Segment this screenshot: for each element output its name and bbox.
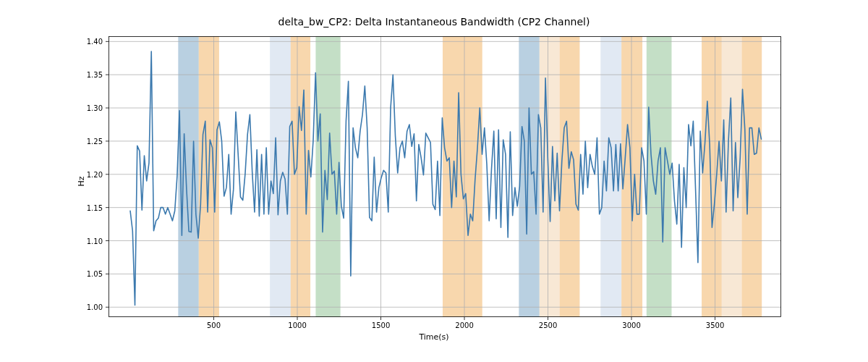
xtick-label: 2000: [455, 321, 473, 329]
xtick-label: 1000: [288, 321, 306, 329]
figure: delta_bw_CP2: Delta Instantaneous Bandwi…: [0, 0, 868, 362]
plot-area: [109, 36, 781, 317]
event-band: [647, 36, 672, 317]
xtick-label: 1500: [372, 321, 390, 329]
x-axis-label: Time(s): [0, 332, 868, 342]
event-band: [270, 36, 291, 317]
ytick-label: 1.30: [87, 104, 103, 112]
plot-svg: [109, 36, 781, 317]
ytick-label: 1.40: [87, 38, 103, 46]
event-band: [443, 36, 482, 317]
event-band: [560, 36, 580, 317]
ytick-label: 1.10: [87, 237, 103, 245]
event-band: [702, 36, 722, 317]
xtick-label: 2500: [539, 321, 557, 329]
x-tick-labels: 500100015002000250030003500: [109, 317, 781, 332]
xtick-label: 500: [207, 321, 221, 329]
ytick-label: 1.20: [87, 170, 103, 178]
event-band: [519, 36, 539, 317]
ytick-label: 1.05: [87, 270, 103, 278]
event-band: [621, 36, 642, 317]
event-band: [741, 36, 762, 317]
ytick-label: 1.25: [87, 137, 103, 145]
y-tick-labels: 1.001.051.101.151.201.251.301.351.40: [0, 36, 109, 317]
xtick-label: 3000: [622, 321, 640, 329]
ytick-label: 1.15: [87, 203, 103, 211]
ytick-label: 1.00: [87, 303, 103, 311]
ytick-label: 1.35: [87, 71, 103, 79]
xtick-label: 3500: [706, 321, 724, 329]
chart-title: delta_bw_CP2: Delta Instantaneous Bandwi…: [0, 16, 868, 28]
